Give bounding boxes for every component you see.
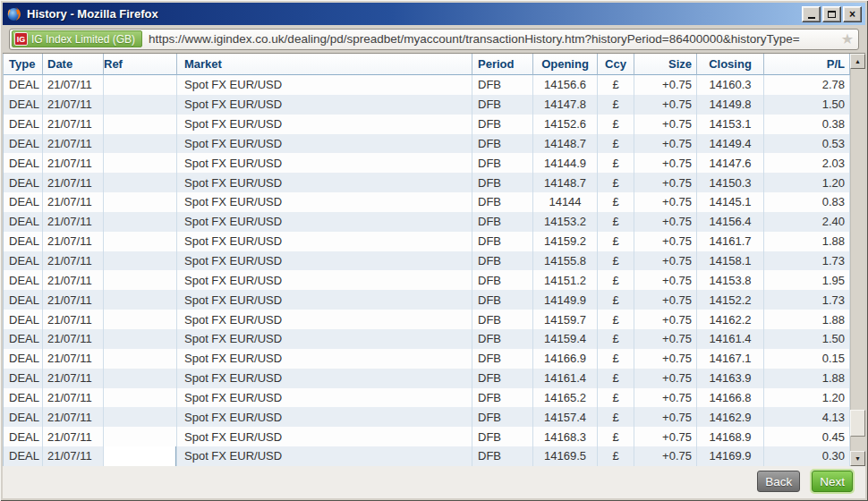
cell-market: Spot FX EUR/USD: [177, 173, 472, 192]
scrollbar-thumb[interactable]: [850, 410, 865, 437]
cell-opening: 14159.2: [533, 232, 598, 251]
cell-ccy: £: [598, 232, 634, 251]
cell-market: Spot FX EUR/USD: [177, 310, 472, 329]
cell-pl: 1.50: [764, 95, 850, 115]
cell-size: +0.75: [634, 310, 697, 329]
cell-size: +0.75: [634, 369, 697, 388]
cell-closing: 14156.4: [697, 212, 764, 232]
scroll-up-button[interactable]: ▲: [850, 54, 865, 69]
cell-size: +0.75: [634, 427, 697, 446]
cell-ccy: £: [598, 349, 634, 369]
cell-opening: 14159.7: [533, 310, 598, 329]
cell-period: DFB: [472, 369, 533, 388]
cell-ref: [104, 232, 177, 251]
table-row: DEAL 21/07/11 Spot FX EUR/USD DFB 14165.…: [4, 388, 850, 408]
url-text[interactable]: https://www.igindex.co.uk/dealing/pd/spr…: [149, 32, 838, 46]
cell-size: +0.75: [634, 95, 697, 115]
table-grid: Type Date Ref Market Period Opening Ccy …: [3, 54, 850, 466]
cell-ref: [104, 153, 177, 173]
table-row: DEAL 21/07/11 Spot FX EUR/USD DFB 14168.…: [4, 427, 850, 446]
cell-pl: 1.20: [764, 173, 850, 192]
cell-market: Spot FX EUR/USD: [177, 369, 472, 388]
title-bar[interactable]: History - Mozilla Firefox ×: [3, 3, 865, 25]
cell-date: 21/07/11: [43, 192, 104, 212]
cell-market: Spot FX EUR/USD: [177, 349, 472, 369]
cell-date: 21/07/11: [43, 75, 104, 95]
cell-pl: 2.40: [764, 212, 850, 232]
pagination-footer: Back Next: [3, 466, 865, 498]
minimize-button[interactable]: [802, 6, 821, 22]
header-size: Size: [634, 54, 697, 75]
bookmark-star-icon[interactable]: ★: [841, 32, 854, 47]
scroll-up-icon: ▲: [855, 58, 861, 64]
cell-opening: 14168.3: [533, 427, 598, 446]
cell-ref: [104, 388, 177, 408]
cell-ccy: £: [598, 134, 634, 154]
cell-size: +0.75: [634, 407, 697, 427]
cell-closing: 14169.9: [697, 446, 764, 466]
vertical-scrollbar[interactable]: ▲ ▼: [850, 54, 865, 466]
firefox-icon: [6, 6, 21, 21]
cell-type: DEAL: [4, 134, 43, 154]
cell-ref: [104, 369, 177, 388]
cell-opening: 14149.9: [533, 290, 598, 310]
header-period: Period: [472, 54, 533, 75]
maximize-button[interactable]: [822, 6, 841, 22]
close-button[interactable]: ×: [843, 6, 862, 22]
cell-market: Spot FX EUR/USD: [177, 115, 472, 134]
cell-size: +0.75: [634, 75, 697, 95]
cell-period: DFB: [472, 115, 533, 134]
cell-opening: 14144.9: [533, 153, 598, 173]
cell-opening: 14161.4: [533, 369, 598, 388]
cell-pl: 4.13: [764, 407, 850, 427]
table-header-row: Type Date Ref Market Period Opening Ccy …: [4, 54, 850, 75]
cell-closing: 14161.7: [697, 232, 764, 251]
cell-pl: 1.88: [764, 232, 850, 251]
cell-closing: 14162.9: [697, 407, 764, 427]
cell-period: DFB: [472, 407, 533, 427]
cell-market: Spot FX EUR/USD: [177, 75, 472, 95]
cell-ccy: £: [598, 212, 634, 232]
cell-ccy: £: [598, 75, 634, 95]
cell-period: DFB: [472, 270, 533, 290]
cell-pl: 2.78: [764, 75, 850, 95]
cell-pl: 2.03: [764, 153, 850, 173]
cell-ref: [104, 251, 177, 271]
cell-date: 21/07/11: [43, 153, 104, 173]
table-row: DEAL 21/07/11 Spot FX EUR/USD DFB 14144 …: [4, 192, 850, 212]
cell-period: DFB: [472, 290, 533, 310]
cell-type: DEAL: [4, 369, 43, 388]
cell-pl: 0.15: [764, 349, 850, 369]
cell-date: 21/07/11: [43, 329, 104, 349]
header-ref: Ref: [104, 54, 177, 75]
cell-period: DFB: [472, 232, 533, 251]
cell-closing: 14162.2: [697, 310, 764, 329]
cell-market: Spot FX EUR/USD: [177, 192, 472, 212]
cell-ccy: £: [598, 388, 634, 408]
next-button[interactable]: Next: [812, 471, 853, 492]
scrollbar-track[interactable]: [850, 69, 865, 451]
cell-closing: 14153.8: [697, 270, 764, 290]
back-button[interactable]: Back: [757, 471, 800, 492]
scroll-down-button[interactable]: ▼: [850, 451, 865, 466]
site-identity-badge[interactable]: IG IG Index Limited (GB): [12, 30, 142, 47]
minimize-icon: [808, 17, 815, 19]
cell-market: Spot FX EUR/USD: [177, 153, 472, 173]
cell-closing: 14161.4: [697, 329, 764, 349]
cell-closing: 14149.8: [697, 95, 764, 115]
cell-opening: 14159.4: [533, 329, 598, 349]
cell-ref: [104, 192, 177, 212]
cell-type: DEAL: [4, 349, 43, 369]
cell-closing: 14150.3: [697, 173, 764, 192]
page-content: Type Date Ref Market Period Opening Ccy …: [3, 54, 865, 498]
header-market: Market: [177, 54, 472, 75]
cell-type: DEAL: [4, 232, 43, 251]
cell-ccy: £: [598, 369, 634, 388]
cell-ref: [104, 310, 177, 329]
cell-type: DEAL: [4, 310, 43, 329]
cell-period: DFB: [472, 388, 533, 408]
cell-type: DEAL: [4, 388, 43, 408]
cell-type: DEAL: [4, 75, 43, 95]
url-bar[interactable]: IG IG Index Limited (GB) https://www.igi…: [9, 29, 859, 50]
cell-size: +0.75: [634, 290, 697, 310]
